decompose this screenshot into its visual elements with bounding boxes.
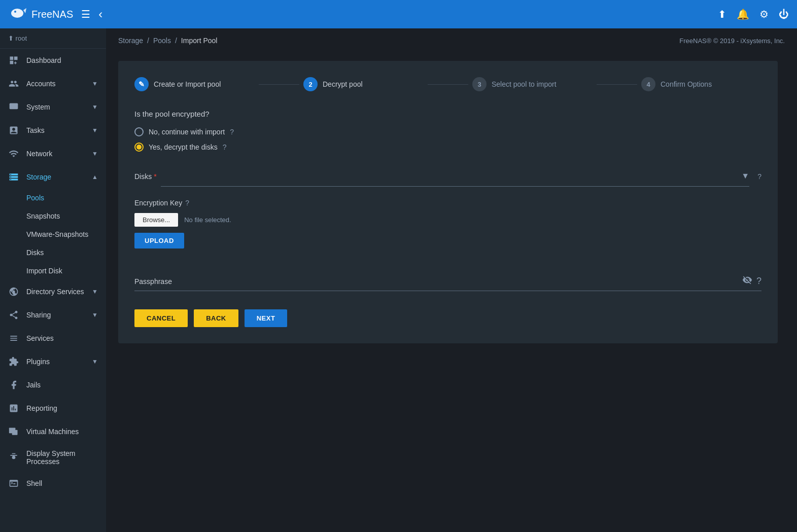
sidebar-item-system[interactable]: System ▼ xyxy=(0,95,106,119)
next-button[interactable]: NEXT xyxy=(245,309,288,327)
sidebar-subitem-pools[interactable]: Pools xyxy=(0,189,106,207)
sidebar-subitem-label-vmware-snapshots: VMware-Snapshots xyxy=(26,230,88,238)
sidebar-item-tasks[interactable]: Tasks ▼ xyxy=(0,119,106,142)
step-4-circle: 4 xyxy=(641,77,655,91)
virtual-machines-icon xyxy=(8,426,19,437)
radio-no-import[interactable]: No, continue with import ? xyxy=(134,127,761,136)
sidebar-item-services[interactable]: Services xyxy=(0,327,106,350)
plugins-arrow-icon: ▼ xyxy=(92,358,98,365)
sidebar-item-dashboard[interactable]: Dashboard xyxy=(0,49,106,72)
sidebar-subitem-import-disk[interactable]: Import Disk xyxy=(0,262,106,280)
radio-no-import-input[interactable] xyxy=(134,127,144,136)
sidebar-item-directory-services[interactable]: Directory Services ▼ xyxy=(0,280,106,303)
sidebar-root-label: ⬆ root xyxy=(0,28,106,49)
sidebar-subitem-label-import-disk: Import Disk xyxy=(26,267,62,275)
network-arrow-icon: ▼ xyxy=(92,150,98,157)
sidebar-item-virtual-machines[interactable]: Virtual Machines xyxy=(0,420,106,443)
disks-help-icon[interactable]: ? xyxy=(757,172,761,181)
services-icon xyxy=(8,333,19,344)
main-layout: ⬆ root Dashboard Accounts ▼ System ▼ xyxy=(0,28,797,532)
visibility-off-icon[interactable] xyxy=(742,275,752,288)
topbar-left: FreeNAS ☰ ‹ xyxy=(8,5,102,23)
sidebar-item-shell[interactable]: Shell xyxy=(0,472,106,495)
bell-icon[interactable]: 🔔 xyxy=(737,8,749,20)
plugins-icon xyxy=(8,356,19,367)
radio-yes-decrypt-input[interactable] xyxy=(134,143,144,152)
gear-icon[interactable]: ⚙ xyxy=(759,8,769,20)
wizard-card: ✎ Create or Import pool 2 Decrypt pool 3… xyxy=(118,61,778,343)
breadcrumb-pools[interactable]: Pools xyxy=(153,37,171,45)
step-connector-2 xyxy=(428,84,468,85)
radio-no-import-label: No, continue with import xyxy=(149,128,225,136)
yes-decrypt-help-icon[interactable]: ? xyxy=(223,143,227,151)
disks-select[interactable] xyxy=(161,169,742,183)
sidebar-subitem-label-snapshots: Snapshots xyxy=(26,212,60,220)
dashboard-icon xyxy=(8,55,19,66)
sidebar-item-accounts[interactable]: Accounts ▼ xyxy=(0,72,106,95)
cancel-button[interactable]: CANCEL xyxy=(134,309,188,327)
main-content: ✎ Create or Import pool 2 Decrypt pool 3… xyxy=(106,53,797,532)
sidebar-item-reporting[interactable]: Reporting xyxy=(0,397,106,420)
sidebar-item-network[interactable]: Network ▼ xyxy=(0,142,106,165)
tasks-arrow-icon: ▼ xyxy=(92,127,98,134)
sidebar-item-plugins[interactable]: Plugins ▼ xyxy=(0,350,106,373)
passphrase-input[interactable] xyxy=(201,277,736,286)
power-icon[interactable]: ⏻ xyxy=(779,9,789,20)
step-3: 3 Select pool to import xyxy=(472,77,593,91)
step-3-label: Select pool to import xyxy=(492,80,557,88)
step-4: 4 Confirm Options xyxy=(641,77,761,91)
encryption-key-help-icon[interactable]: ? xyxy=(185,199,189,207)
sidebar-item-label-tasks: Tasks xyxy=(26,126,85,134)
sidebar-item-label-shell: Shell xyxy=(26,479,98,487)
passphrase-label: Passphrase xyxy=(134,277,195,286)
topbar-logo: FreeNAS xyxy=(8,5,73,23)
step-2: 2 Decrypt pool xyxy=(303,77,424,91)
shell-icon xyxy=(8,478,19,489)
sidebar-item-storage[interactable]: Storage ▲ xyxy=(0,165,106,189)
sidebar-subitem-snapshots[interactable]: Snapshots xyxy=(0,207,106,225)
step-2-circle: 2 xyxy=(303,77,318,91)
sidebar-item-jails[interactable]: Jails xyxy=(0,373,106,397)
disks-field: ▼ xyxy=(161,166,750,187)
upload-icon[interactable]: ⬆ xyxy=(718,8,726,20)
passphrase-help-icon[interactable]: ? xyxy=(756,276,761,287)
back-icon[interactable]: ‹ xyxy=(98,7,102,21)
sidebar-item-label-services: Services xyxy=(26,334,98,342)
back-button[interactable]: BACK xyxy=(194,309,238,327)
no-import-help-icon[interactable]: ? xyxy=(230,128,234,136)
breadcrumb-current: Import Pool xyxy=(181,37,218,45)
svg-marker-1 xyxy=(23,8,26,13)
step-4-label: Confirm Options xyxy=(661,80,712,88)
hamburger-menu-icon[interactable]: ☰ xyxy=(81,8,90,20)
sidebar-subitem-disks[interactable]: Disks xyxy=(0,243,106,262)
sidebar-item-label-display-system-processes: Display System Processes xyxy=(26,449,98,466)
tasks-icon xyxy=(8,125,19,136)
browse-button[interactable]: Browse... xyxy=(134,213,178,227)
topbar: FreeNAS ☰ ‹ ⬆ 🔔 ⚙ ⏻ xyxy=(0,0,797,28)
sidebar-subitem-vmware-snapshots[interactable]: VMware-Snapshots xyxy=(0,225,106,243)
upload-button[interactable]: UPLOAD xyxy=(134,233,184,249)
stepper: ✎ Create or Import pool 2 Decrypt pool 3… xyxy=(134,77,761,91)
sharing-icon xyxy=(8,309,19,321)
sidebar-subitem-label-disks: Disks xyxy=(26,249,44,257)
step-1-label: Create or Import pool xyxy=(154,80,221,88)
sidebar-item-sharing[interactable]: Sharing ▼ xyxy=(0,303,106,327)
action-buttons: CANCEL BACK NEXT xyxy=(134,309,761,327)
display-system-processes-icon xyxy=(8,452,19,463)
radio-yes-decrypt-label: Yes, decrypt the disks xyxy=(149,143,218,151)
pool-encrypted-question: Is the pool encrypted? xyxy=(134,110,761,118)
breadcrumb: Storage / Pools / Import Pool FreeNAS® ©… xyxy=(106,28,797,53)
accounts-icon xyxy=(8,78,19,89)
sidebar-item-label-system: System xyxy=(26,103,85,111)
breadcrumb-storage[interactable]: Storage xyxy=(118,37,143,45)
radio-yes-decrypt[interactable]: Yes, decrypt the disks ? xyxy=(134,143,761,152)
sidebar-item-label-jails: Jails xyxy=(26,381,98,389)
sidebar-subitem-label-pools: Pools xyxy=(26,194,44,202)
svg-point-0 xyxy=(11,9,23,18)
sidebar-item-display-system-processes[interactable]: Display System Processes xyxy=(0,443,106,472)
sidebar-item-label-virtual-machines: Virtual Machines xyxy=(26,428,98,436)
breadcrumb-left: Storage / Pools / Import Pool xyxy=(118,37,217,45)
directory-services-arrow-icon: ▼ xyxy=(92,288,98,295)
sidebar-item-label-network: Network xyxy=(26,150,85,158)
disks-dropdown-icon: ▼ xyxy=(741,171,749,181)
